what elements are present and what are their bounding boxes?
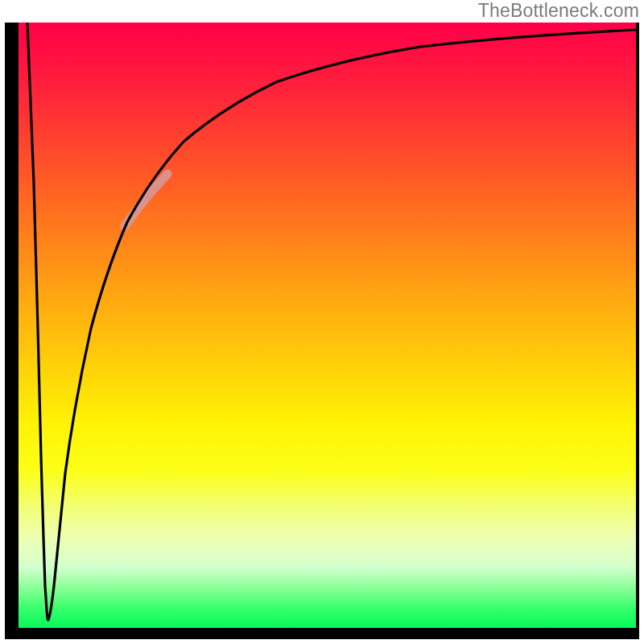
chart-root: TheBottleneck.com <box>0 0 644 644</box>
highlight-segment <box>125 174 167 226</box>
main-curve <box>27 23 636 620</box>
curve-layer <box>19 23 636 628</box>
plot-frame <box>5 23 639 639</box>
watermark-text: TheBottleneck.com <box>478 0 639 22</box>
